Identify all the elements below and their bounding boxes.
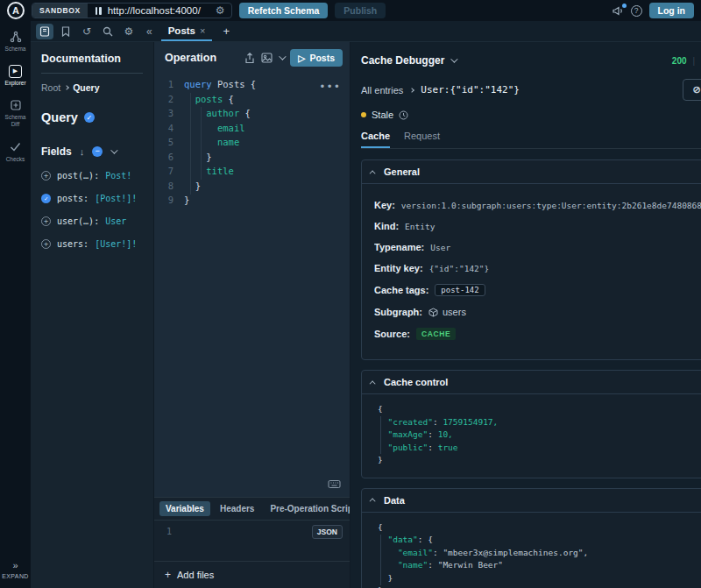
new-tab-button[interactable]: +	[216, 25, 237, 38]
deselect-all-icon[interactable]: −	[92, 146, 103, 157]
json-mode-badge[interactable]: JSON	[312, 525, 343, 539]
collapse-chevron-icon	[370, 380, 376, 386]
documentation-panel: Documentation Root Query Query ✓ Fields …	[31, 42, 153, 588]
sidebar-item-schema-diff[interactable]: Schema Diff	[0, 98, 31, 128]
json-line: }	[378, 584, 701, 588]
history-icon[interactable]: ↺	[78, 24, 96, 39]
endpoint-url-box[interactable]: SANDBOX http://localhost:4000/ ⚙	[32, 3, 232, 18]
breadcrumb-chevron-icon	[409, 88, 414, 93]
checks-icon	[9, 140, 23, 154]
code-line[interactable]: 6 }	[154, 150, 350, 165]
saved-operations-bookmark-icon[interactable]	[57, 24, 74, 39]
general-row-key: Key: version:1.0:subgraph:users:type:Use…	[374, 200, 701, 210]
field-item-post[interactable]: + post(…): Post!	[41, 171, 143, 181]
collapse-panel-icon[interactable]: «	[141, 25, 158, 38]
collapse-chevron-icon	[370, 498, 376, 504]
invalidate-icon: ⊘	[692, 84, 700, 96]
general-row-entity-key: Entity key: {"id":"142"}	[374, 263, 701, 273]
field-item-users[interactable]: + users: [User!]!	[41, 239, 143, 249]
cache-control-section-header[interactable]: Cache control	[362, 371, 701, 394]
field-type[interactable]: [User!]!	[95, 239, 137, 249]
indent-guide	[380, 416, 381, 454]
code-line[interactable]: 2 posts {	[154, 92, 350, 107]
field-type[interactable]: User	[105, 216, 126, 226]
tab-pre-operation-script[interactable]: Pre-Operation Script	[264, 501, 350, 516]
breadcrumb-root[interactable]: Root	[41, 82, 60, 93]
code-line[interactable]: 3 author {	[154, 106, 350, 121]
keyboard-shortcuts-icon[interactable]	[328, 479, 341, 492]
operation-panel: Operation	[153, 42, 350, 588]
run-options-chevron-icon[interactable]	[279, 53, 286, 60]
login-button[interactable]: Log in	[649, 3, 695, 18]
add-field-icon[interactable]: +	[41, 239, 51, 249]
data-json: { "data": { "email": "mbeer3x@simplemach…	[362, 513, 701, 588]
indent-guide	[201, 107, 202, 180]
field-item-user[interactable]: + user(…): User	[41, 216, 143, 226]
documentation-panel-icon[interactable]	[36, 24, 53, 39]
general-row-kind: Kind: Entity	[374, 221, 701, 231]
operation-tab-posts[interactable]: Posts ×	[161, 21, 213, 41]
general-section: General Key: version:1.0:subgraph:users:…	[361, 159, 701, 360]
share-icon[interactable]	[244, 53, 255, 64]
field-type[interactable]: [Post!]!	[95, 194, 137, 203]
run-operation-button[interactable]: ▷ Posts	[290, 49, 343, 67]
settings-gear-icon[interactable]: ⚙	[120, 24, 138, 39]
search-icon[interactable]	[99, 24, 117, 39]
tab-request[interactable]: Request	[404, 131, 440, 148]
data-section-header[interactable]: Data	[362, 489, 701, 513]
cache-control-json: { "created": 1759154917, "maxAge": 10, "…	[362, 394, 701, 478]
operation-editor[interactable]: 1query Posts { 2 posts { 3 author { 4 em…	[154, 74, 350, 497]
fields-chevron-down-icon[interactable]	[110, 146, 117, 153]
connection-settings-gear-icon[interactable]: ⚙	[209, 4, 231, 17]
pause-icon[interactable]	[96, 7, 102, 15]
docs-breadcrumb: Root Query	[41, 82, 143, 93]
sidebar-item-schema[interactable]: Schema	[0, 30, 31, 53]
general-section-header[interactable]: General	[362, 160, 701, 184]
json-line: "public": true	[378, 442, 701, 455]
json-line: }	[378, 454, 701, 467]
plus-icon: +	[165, 569, 171, 581]
json-line: "name": "Merwin Beer"	[378, 559, 701, 572]
add-field-icon[interactable]: +	[41, 216, 51, 226]
variables-editor[interactable]: 1 JSON	[154, 521, 350, 561]
field-item-posts[interactable]: ✓ posts: [Post!]!	[41, 194, 143, 203]
cache-tag-badge[interactable]: post-142	[435, 284, 485, 296]
expand-chevrons-icon: »	[12, 560, 18, 570]
sidebar-item-checks[interactable]: Checks	[0, 140, 31, 163]
all-entries-link[interactable]: All entries	[361, 85, 403, 96]
apollo-logo[interactable]: A	[7, 2, 25, 19]
add-field-icon[interactable]: +	[41, 171, 51, 181]
data-section: Data { "data": { "email": "mbeer3x@simpl…	[361, 488, 701, 588]
breadcrumb-chevron-icon	[64, 85, 69, 90]
json-line: "maxAge": 10,	[378, 429, 701, 442]
announcements-megaphone-icon[interactable]	[612, 5, 624, 17]
invalidate-button[interactable]: ⊘ Invalidate	[683, 79, 701, 101]
sandbox-badge: SANDBOX	[32, 4, 88, 18]
tab-cache[interactable]: Cache	[361, 131, 390, 148]
general-row-source: Source: CACHE	[374, 328, 701, 340]
export-image-icon[interactable]	[261, 53, 273, 63]
response-view-dropdown[interactable]: Cache Debugger	[361, 54, 456, 67]
bottom-tabs: Variables Headers Pre-Operation Script P…	[154, 498, 350, 521]
code-line[interactable]: 5 name	[154, 135, 350, 150]
apollo-sandbox-screen: A SANDBOX http://localhost:4000/ ⚙ Refet…	[0, 0, 701, 588]
close-tab-icon[interactable]: ×	[200, 25, 205, 36]
code-line[interactable]: 8 }	[154, 179, 350, 194]
code-line[interactable]: 9}	[154, 193, 350, 208]
code-line[interactable]: 4 email	[154, 121, 350, 136]
help-icon[interactable]: ?	[631, 5, 642, 17]
json-line: "data": {	[378, 534, 701, 547]
sidebar-item-explorer[interactable]: ▶ Explorer	[0, 64, 31, 87]
sidebar-expand-button[interactable]: » EXPAND	[2, 560, 29, 579]
tab-headers[interactable]: Headers	[214, 501, 260, 516]
code-line[interactable]: 7 title	[154, 164, 350, 179]
publish-button[interactable]: Publish	[335, 3, 386, 18]
field-selected-check-icon[interactable]: ✓	[41, 194, 51, 203]
tab-variables[interactable]: Variables	[159, 501, 210, 516]
line-actions-ellipsis-icon[interactable]: •••	[319, 81, 341, 93]
field-type[interactable]: Post!	[105, 171, 131, 181]
sort-arrow-icon[interactable]: ↓	[80, 146, 85, 157]
endpoint-url[interactable]: http://localhost:4000/	[108, 5, 209, 16]
refetch-schema-button[interactable]: Refetch Schema	[239, 3, 329, 18]
add-files-button[interactable]: + Add files	[154, 561, 350, 588]
